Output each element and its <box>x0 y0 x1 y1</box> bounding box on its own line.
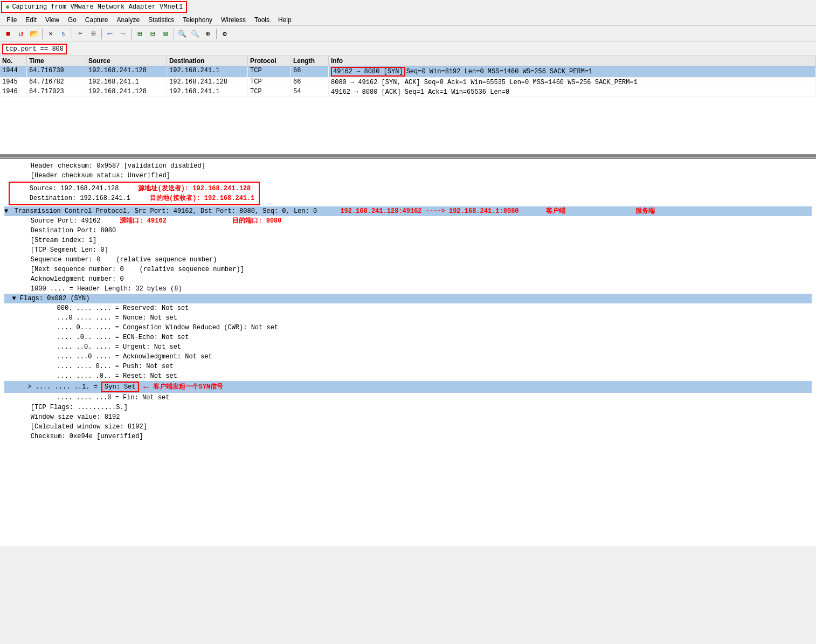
cell-no: 1945 <box>0 78 27 87</box>
cell-length: 66 <box>291 66 329 77</box>
menu-view[interactable]: View <box>41 15 64 25</box>
stream-index-line: [Stream index: 1] <box>4 236 812 245</box>
win-size-line: Window size value: 8192 <box>4 412 812 422</box>
col-no: No. <box>0 56 27 66</box>
mark-button[interactable]: ⊠ <box>160 28 171 40</box>
syn-annotation: 客户端发起一个SYN信号 <box>153 383 223 391</box>
go-button[interactable]: ⊞ <box>134 28 146 40</box>
zoom-out-button[interactable]: 🔍 <box>189 28 201 40</box>
jump-button[interactable]: ⊟ <box>147 28 158 40</box>
packet-rows: 1944 64.716739 192.168.241.128 192.168.2… <box>0 66 816 97</box>
reload-button[interactable]: ↻ <box>58 28 70 40</box>
cell-time: 64.717023 <box>27 87 86 96</box>
table-row[interactable]: 1945 64.716782 192.168.241.1 192.168.241… <box>0 78 816 87</box>
cell-length: 66 <box>291 78 329 87</box>
cell-destination: 192.168.241.128 <box>167 78 248 87</box>
flags-reset: .... .... .0.. = Reset: Not set <box>4 371 812 381</box>
menu-telephony[interactable]: Telephony <box>178 15 217 25</box>
col-time: Time <box>27 56 86 66</box>
filter-bar <box>0 42 816 56</box>
dst-annotation: 目的地(接收者): 192.168.241.1 <box>150 195 254 202</box>
src-port-annotation: 源端口: 49162 <box>120 217 166 225</box>
calc-win-line: [Calculated window size: 8192] <box>4 422 812 432</box>
flags-nonce: ...0 .... .... = Nonce: Not set <box>4 313 812 323</box>
tcp-seg-len-line: [TCP Segment Len: 0] <box>4 245 812 255</box>
flags-reserved: 000. .... .... = Reserved: Not set <box>4 303 812 313</box>
cell-source: 192.168.241.128 <box>86 66 167 77</box>
menu-tools[interactable]: Tools <box>250 15 274 25</box>
back-button[interactable]: ← <box>104 28 116 40</box>
packet-list: No. Time Source Destination Protocol Len… <box>0 56 816 156</box>
tcp-annotation: 192.168.241.128:49162 ----> 192.168.241.… <box>340 207 654 215</box>
cell-no: 1944 <box>0 66 27 77</box>
menu-capture[interactable]: Capture <box>81 15 113 25</box>
dst-port-line: Destination Port: 8080 <box>4 226 812 236</box>
table-row[interactable]: 1944 64.716739 192.168.241.128 192.168.2… <box>0 66 816 78</box>
cell-source: 192.168.241.1 <box>86 78 167 87</box>
title-text: Capturing from VMware Network Adapter VM… <box>12 3 183 11</box>
zoom-in-button[interactable]: 🔍 <box>176 28 188 40</box>
menu-go[interactable]: Go <box>64 15 81 25</box>
checksum-line: Checksum: 0xe94e [unverified] <box>4 432 812 441</box>
filter-input[interactable] <box>2 44 67 54</box>
col-source: Source <box>86 56 167 66</box>
syn-expand-icon: > <box>4 383 31 391</box>
tcp-section-header[interactable]: ▼ Transmission Control Protocol, Src Por… <box>4 206 812 216</box>
col-info: Info <box>329 56 816 66</box>
destination-line: Destination: 192.168.241.1 目的地(接收者): 192… <box>14 193 254 203</box>
cell-source: 192.168.241.128 <box>86 87 167 96</box>
header-len-line: 1000 .... = Header Length: 32 bytes (8) <box>4 284 812 294</box>
cell-time: 64.716739 <box>27 66 86 77</box>
zoom-normal-button[interactable]: ⊕ <box>202 28 214 40</box>
flags-ack: .... ...0 .... = Acknowledgment: Not set <box>4 352 812 362</box>
copy-button[interactable]: ⎘ <box>87 28 99 40</box>
flags-section-header[interactable]: ▼ Flags: 0x002 (SYN) <box>4 294 812 303</box>
menu-help[interactable]: Help <box>274 15 296 25</box>
settings-button[interactable]: ⚙ <box>219 28 231 40</box>
cell-protocol: TCP <box>248 66 291 77</box>
flags-cwr: .... 0... .... = Congestion Window Reduc… <box>4 323 812 333</box>
menu-wireless[interactable]: Wireless <box>217 15 250 25</box>
syn-text: .... .... ..1. = <box>31 383 101 391</box>
flags-fin: .... .... ...0 = Fin: Not set <box>4 393 812 403</box>
info-rest: Seq=0 Win=8192 Len=0 MSS=1460 WS=256 SAC… <box>406 68 593 75</box>
scissors-button[interactable]: ✂ <box>74 28 86 40</box>
flags-urgent: .... ..0. .... = Urgent: Not set <box>4 342 812 352</box>
info-highlight: 49162 → 8080 [SYN] <box>331 67 405 77</box>
cell-destination: 192.168.241.1 <box>167 87 248 96</box>
flags-syn[interactable]: > .... .... ..1. = Syn: Set ← 客户端发起一个SYN… <box>4 381 812 393</box>
detail-line: Header checksum: 0x9587 [validation disa… <box>4 161 812 171</box>
restart-button[interactable]: ↺ <box>15 28 27 40</box>
cell-no: 1946 <box>0 87 27 96</box>
syn-arrow: ← <box>143 383 149 391</box>
flags-ecn: .... .0.. .... = ECN-Echo: Not set <box>4 333 812 342</box>
menu-bar: File Edit View Go Capture Analyze Statis… <box>0 14 816 26</box>
forward-button[interactable]: → <box>117 28 129 40</box>
table-row[interactable]: 1946 64.717023 192.168.241.128 192.168.2… <box>0 87 816 97</box>
packet-detail: Header checksum: 0x9587 [validation disa… <box>0 158 816 546</box>
col-length: Length <box>291 56 329 66</box>
source-line: Source: 192.168.241.128 源地址(发送者): 192.16… <box>14 184 254 193</box>
menu-analyze[interactable]: Analyze <box>113 15 144 25</box>
src-port-line: Source Port: 49162 源端口: 49162 目的端口: 8080 <box>4 216 812 226</box>
cell-info: 49162 → 8080 [ACK] Seq=1 Ack=1 Win=65536… <box>329 87 816 96</box>
next-seq-line: [Next sequence number: 0 (relative seque… <box>4 265 812 274</box>
syn-set-badge: Syn: Set <box>101 382 139 392</box>
stop-button[interactable]: ■ <box>2 28 14 40</box>
menu-edit[interactable]: Edit <box>21 15 41 25</box>
cell-info: 8080 → 49162 [SYN, ACK] Seq=0 Ack=1 Win=… <box>329 78 816 87</box>
toolbar: ■ ↺ 📂 ✕ ↻ ✂ ⎘ ← → ⊞ ⊟ ⊠ 🔍 🔍 ⊕ ⚙ <box>0 26 816 42</box>
open-button[interactable]: 📂 <box>28 28 40 40</box>
menu-statistics[interactable]: Statistics <box>144 15 178 25</box>
app-icon: ● <box>5 3 10 11</box>
info-rest: 8080 → 49162 [SYN, ACK] Seq=0 Ack=1 Win=… <box>331 79 638 86</box>
cell-time: 64.716782 <box>27 78 86 87</box>
src-annotation: 源地址(发送者): 192.168.241.128 <box>138 185 251 192</box>
seq-num-line: Sequence number: 0 (relative sequence nu… <box>4 255 812 265</box>
menu-file[interactable]: File <box>2 15 21 25</box>
flags-push: .... .... 0... = Push: Not set <box>4 362 812 371</box>
cell-destination: 192.168.241.1 <box>167 66 248 77</box>
close-button[interactable]: ✕ <box>45 28 57 40</box>
tcp-flags-line: [TCP Flags: ..........S.] <box>4 403 812 412</box>
detail-line: [Header checksum status: Unverified] <box>4 171 812 181</box>
